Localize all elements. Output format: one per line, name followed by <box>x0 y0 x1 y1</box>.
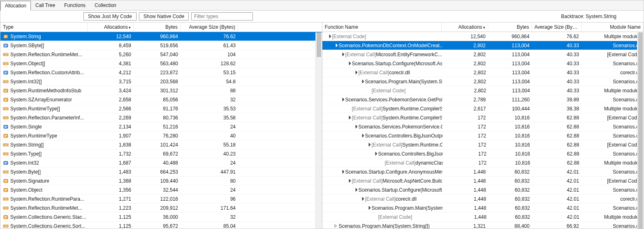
bytes-cell: 85,056 <box>134 95 181 104</box>
show-just-my-code-button[interactable]: Show Just My Code <box>83 12 137 21</box>
right-scrollbar[interactable] <box>637 32 644 229</box>
type-name: System.Object <box>10 187 42 193</box>
array-icon <box>3 196 9 202</box>
tree-toggle-icon[interactable] <box>373 152 378 156</box>
type-name: System.Reflection.RuntimeMet... <box>10 205 82 211</box>
scroll-thumb[interactable] <box>638 32 643 229</box>
tree-toggle-icon[interactable] <box>341 53 345 56</box>
tab-functions[interactable]: Functions <box>60 0 90 10</box>
tree-toggle-icon[interactable] <box>341 170 345 174</box>
type-row[interactable]: System.Type[]1,73269,67240.23 <box>0 149 322 158</box>
tree-toggle-icon[interactable] <box>360 80 364 83</box>
bytes-cell: 40,488 <box>134 158 181 167</box>
backtrace-row[interactable]: [External Call] coreclr.dll1,44860,83242… <box>322 195 644 204</box>
tree-toggle-icon[interactable] <box>347 116 351 119</box>
type-row[interactable]: System.SByte[]8,459519,65661.43 <box>0 41 322 50</box>
type-row[interactable]: System.Object[]4,381563,480128.62 <box>0 59 322 68</box>
backtrace-row[interactable]: Scenarios.Controllers.BigJsonOutp...1721… <box>322 149 644 158</box>
type-row[interactable]: System.Int32[]3,715203,56854.8 <box>0 77 322 86</box>
avg-cell: 42.01 <box>532 176 581 185</box>
tab-allocation[interactable]: Allocation <box>0 1 31 11</box>
tree-toggle-icon[interactable] <box>347 179 351 183</box>
function-cell: Scenarios.Services.PokemonService.GetPok… <box>322 95 442 104</box>
backtrace-row[interactable]: [External Code]2,802113,00440.33Multiple… <box>322 86 644 95</box>
tab-collection[interactable]: Collection <box>90 0 121 10</box>
backtrace-row[interactable]: Scenarios.Services.PokemonService.GetPok… <box>322 95 644 104</box>
struct-icon <box>3 43 9 48</box>
avg-cell: 38.38 <box>532 104 581 113</box>
backtrace-row[interactable]: [External Code]12,540960,86476.62Multipl… <box>322 32 644 41</box>
type-row[interactable]: System.RuntimeType[]2,56691,17635.53 <box>0 104 322 113</box>
col-function[interactable]: Function Name <box>322 23 442 32</box>
backtrace-row[interactable]: Scenarios.Startup.Configure.AnonymousMet… <box>322 167 644 176</box>
tree-toggle-icon[interactable] <box>360 134 364 137</box>
type-name: System.RuntimeType <box>10 133 57 139</box>
type-row[interactable]: System.Reflection.RuntimeMet...5,260547,… <box>0 50 322 59</box>
allocations-cell: 1,687 <box>88 158 134 167</box>
type-row[interactable]: System.Byte[]1,483664,253447.91 <box>0 167 322 176</box>
backtrace-row[interactable]: Scenarios.Startup.Configure(Microsoft.As… <box>322 59 644 68</box>
col-type[interactable]: Type <box>0 23 88 32</box>
col-bytes[interactable]: Bytes <box>488 23 532 32</box>
tree-toggle-icon[interactable] <box>367 206 371 210</box>
type-row[interactable]: System.RuntimeType1,90776,28040 <box>0 131 322 140</box>
type-row[interactable]: System.Reflection.ParameterInf...2,26980… <box>0 113 322 122</box>
svg-rect-19 <box>5 81 7 82</box>
tree-toggle-icon[interactable] <box>334 44 338 47</box>
tree-toggle-icon[interactable] <box>334 224 338 228</box>
type-row[interactable]: System.String12,540960,86476.62 <box>0 32 322 41</box>
type-row[interactable]: System.Reflection.RuntimeMet...1,223209,… <box>0 204 322 213</box>
type-row[interactable]: System.Object1,35632,54424 <box>0 185 322 195</box>
tab-call-tree[interactable]: Call Tree <box>31 0 60 10</box>
type-row[interactable]: System.Collections.Generic.Sort...1,1259… <box>0 222 322 229</box>
backtrace-row[interactable]: Scenarios.Program.Main(System.Stri...1,4… <box>322 204 644 213</box>
type-row[interactable]: System.String[]1,838101,42455.18 <box>0 140 322 149</box>
backtrace-row[interactable]: Scenarios.Controllers.BigJsonOutputC...1… <box>322 131 644 140</box>
backtrace-row[interactable]: [External Call] dynamicClass.lam...17210… <box>322 158 644 167</box>
backtrace-row[interactable]: [External Call] System.Runtime.CompilerS… <box>322 113 644 122</box>
types-grid[interactable]: System.String12,540960,86476.62System.SB… <box>0 32 322 229</box>
backtrace-row[interactable]: [External Code]1,44860,83242.01Multiple … <box>322 213 644 222</box>
backtrace-row[interactable]: [External Call] coreclr.dll2,802113,0044… <box>322 68 644 77</box>
col-module[interactable]: Module Name <box>581 23 644 32</box>
type-row[interactable]: System.Single2,13451,21624 <box>0 122 322 131</box>
col-avg-size[interactable]: Average Size (Bytes) <box>181 23 238 32</box>
backtrace-row[interactable]: [External Call] Microsoft.EntityFramewor… <box>322 50 644 59</box>
type-row[interactable]: System.Reflection.RuntimePara...1,271122… <box>0 195 322 204</box>
allocations-cell: 3,715 <box>88 77 134 86</box>
function-cell: Scenarios.PokemonDbContext.OnModelCreat.… <box>322 41 442 50</box>
backtrace-row[interactable]: Scenarios.Program.Main(System.Stri...2,8… <box>322 77 644 86</box>
type-row[interactable]: System.Reflection.CustomAttrib...4,21222… <box>0 68 322 77</box>
col-avg-size[interactable]: Average Size (Bytes) <box>532 23 581 32</box>
backtrace-row[interactable]: Scenarios.Program.Main(System.String[])1… <box>322 222 644 229</box>
col-allocations[interactable]: Allocations▾ <box>88 23 134 32</box>
tree-toggle-icon[interactable] <box>367 143 371 147</box>
show-native-code-button[interactable]: Show Native Code <box>139 12 189 21</box>
tree-toggle-icon[interactable] <box>354 125 358 128</box>
scroll-thumb[interactable] <box>317 32 321 57</box>
type-row[interactable]: System.Collections.Generic.Stac...1,1253… <box>0 213 322 222</box>
tree-toggle-icon[interactable] <box>341 98 345 101</box>
backtrace-row[interactable]: Scenarios.PokemonDbContext.OnModelCreat.… <box>322 41 644 50</box>
tree-toggle-icon[interactable] <box>360 197 364 201</box>
type-row[interactable]: System.Int321,68740,48824 <box>0 158 322 167</box>
tree-toggle-icon[interactable] <box>347 62 351 65</box>
type-row[interactable]: System.Signature1,368109,44080 <box>0 176 322 185</box>
col-allocations[interactable]: Allocations▾ <box>442 23 488 32</box>
backtrace-row[interactable]: [External Call] System.Runtime.Com...172… <box>322 140 644 149</box>
tree-toggle-icon[interactable] <box>354 188 358 192</box>
type-row[interactable]: System.RuntimeMethodInfoStub3,424301,312… <box>0 86 322 95</box>
view-tabs: AllocationCall TreeFunctionsCollection <box>0 0 644 11</box>
external-prefix: [External Call] <box>352 115 383 121</box>
col-bytes[interactable]: Bytes <box>134 23 181 32</box>
backtrace-tree[interactable]: [External Code]12,540960,86476.62Multipl… <box>322 32 644 229</box>
backtrace-row[interactable]: [External Call] System.Runtime.CompilerS… <box>322 104 644 113</box>
tree-toggle-icon[interactable] <box>354 71 358 74</box>
backtrace-row[interactable]: Scenarios.Services.PokemonService.GetP..… <box>322 122 644 131</box>
backtrace-row[interactable]: Scenarios.Startup.Configure(Microsoft.As… <box>322 185 644 195</box>
backtrace-row[interactable]: [External Call] Microsoft.AspNetCore.Bui… <box>322 176 644 185</box>
filter-types-input[interactable] <box>191 12 253 21</box>
type-row[interactable]: System.SZArrayEnumerator2,65885,05632 <box>0 95 322 104</box>
left-scrollbar[interactable] <box>315 32 322 229</box>
tree-toggle-icon[interactable] <box>327 34 331 38</box>
